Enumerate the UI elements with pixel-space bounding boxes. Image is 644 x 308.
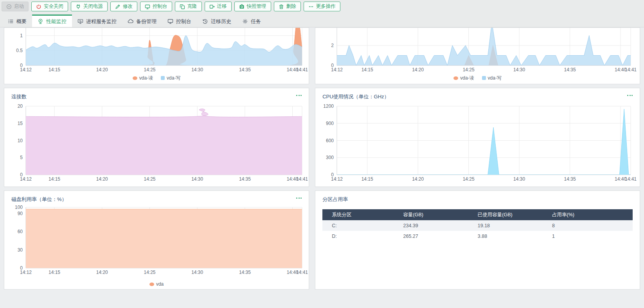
svg-text:14:15: 14:15 (362, 67, 373, 72)
cell-used: 3.88 (468, 234, 543, 239)
snapshot-manage-button[interactable]: 快照管理 (234, 2, 271, 11)
card-disk-iops: 0214:1214:1514:2014:2514:3014:3514:4014:… (315, 27, 640, 84)
svg-text:14:25: 14:25 (463, 67, 475, 72)
list-icon (8, 18, 14, 24)
legend-label: vda-读 (460, 75, 474, 82)
svg-text:14:30: 14:30 (513, 67, 525, 72)
card-disk-throughput: 00.5114:1214:1514:2014:2514:3014:3514:40… (4, 27, 309, 84)
svg-text:14:12: 14:12 (20, 67, 32, 72)
safe-shutdown-button[interactable]: 安全关闭 (31, 2, 68, 11)
legend-item-vda-write[interactable]: vda-写 (161, 75, 180, 82)
legend-label: vda-写 (167, 75, 180, 82)
svg-text:600: 600 (326, 138, 334, 143)
modify-button-label: 修改 (123, 3, 133, 10)
pencil-icon (115, 4, 121, 9)
svg-text:14:35: 14:35 (239, 176, 251, 182)
svg-text:14:25: 14:25 (144, 270, 155, 275)
tab-migration-history[interactable]: 迁移历史 (197, 14, 237, 27)
more-options-icon[interactable] (296, 196, 302, 200)
svg-text:14:41: 14:41 (296, 270, 308, 275)
svg-text:2: 2 (331, 43, 334, 48)
legend-item-vda-read[interactable]: vda-读 (133, 75, 153, 82)
card-title: CPU使用情况（单位：GHz） (322, 93, 389, 100)
tab-summary[interactable]: 概要 (2, 14, 32, 27)
svg-text:14:30: 14:30 (513, 176, 525, 182)
power-icon (36, 4, 41, 9)
monitor-icon (145, 4, 150, 9)
tab-tasks-label: 任务 (251, 18, 261, 25)
start-button[interactable]: 启动 (2, 2, 29, 11)
more-options-icon[interactable] (296, 93, 302, 98)
migrate-button-label: 迁移 (217, 3, 227, 10)
more-options-icon[interactable] (627, 93, 633, 98)
tab-backup-manage[interactable]: 备份管理 (122, 14, 162, 27)
col-header-system-partition: 系统分区 (322, 212, 394, 218)
view-tabbar: 概要 性能监控 进程服务监控 备份管理 控制台 迁移历史 任务 (0, 13, 644, 27)
card-title: 分区占用率 (322, 196, 348, 203)
svg-text:900: 900 (326, 121, 334, 126)
svg-text:60: 60 (18, 229, 23, 234)
col-header-occupancy: 占用率(%) (543, 212, 633, 218)
svg-text:14:41: 14:41 (296, 67, 308, 72)
write-series-marker-icon (482, 76, 486, 80)
svg-text:14:30: 14:30 (191, 67, 203, 72)
dashboard-grid: 00.5114:1214:1514:2014:2514:3014:3514:40… (0, 27, 644, 290)
cell-partition: C: (322, 223, 394, 228)
svg-text:14:12: 14:12 (20, 270, 32, 275)
card-connections: 连接数 0510152014:1214:1514:2014:2514:3014:… (4, 88, 309, 187)
svg-text:14:20: 14:20 (412, 67, 424, 72)
col-header-capacity: 容量(GB) (394, 212, 468, 218)
chart-legend: vda-读 vda-写 (315, 72, 640, 84)
clone-button-label: 克隆 (187, 3, 197, 10)
delete-button[interactable]: 删除 (274, 2, 301, 11)
svg-text:10: 10 (18, 138, 23, 143)
read-series-marker-icon (133, 76, 137, 80)
card-partition-occupancy: 分区占用率 系统分区 容量(GB) 已使用容量(GB) 占用率(%) C: 23… (315, 190, 640, 290)
svg-text:14:12: 14:12 (331, 176, 343, 182)
svg-text:5: 5 (20, 155, 23, 160)
migrate-icon (209, 4, 215, 9)
modify-button[interactable]: 修改 (110, 2, 137, 11)
history-icon (202, 18, 208, 24)
more-actions-button[interactable]: 更多操作 (304, 2, 340, 11)
svg-text:14:35: 14:35 (564, 176, 576, 182)
card-title: 连接数 (11, 93, 27, 100)
svg-text:14:20: 14:20 (96, 270, 108, 275)
svg-text:14:35: 14:35 (239, 67, 251, 72)
action-toolbar: 启动 安全关闭 关闭电源 修改 控制台 克隆 迁移 (0, 0, 644, 13)
svg-text:100: 100 (15, 205, 23, 210)
clone-button[interactable]: 克隆 (175, 2, 202, 11)
gear-icon (242, 18, 248, 24)
safe-shutdown-button-label: 安全关闭 (44, 3, 63, 10)
svg-text:90: 90 (18, 211, 23, 216)
svg-text:14:20: 14:20 (412, 176, 424, 182)
power-off-button[interactable]: 关闭电源 (71, 2, 108, 11)
svg-text:14:15: 14:15 (362, 176, 373, 182)
svg-text:300: 300 (326, 155, 334, 160)
svg-text:14:20: 14:20 (96, 67, 108, 72)
tab-process-service-monitor[interactable]: 进程服务监控 (72, 14, 122, 27)
legend-item-vda-read[interactable]: vda-读 (453, 75, 474, 82)
svg-text:30: 30 (18, 247, 23, 253)
migrate-button[interactable]: 迁移 (205, 2, 232, 11)
tab-performance-monitor[interactable]: 性能监控 (32, 14, 72, 27)
svg-text:14:15: 14:15 (49, 176, 60, 182)
svg-text:0.5: 0.5 (16, 48, 23, 53)
cell-occupancy: 8 (543, 223, 633, 228)
vda-series-marker-icon (149, 283, 154, 286)
console-button[interactable]: 控制台 (140, 2, 172, 11)
tab-console[interactable]: 控制台 (162, 14, 197, 27)
plug-icon (76, 4, 81, 9)
partition-table-header: 系统分区 容量(GB) 已使用容量(GB) 占用率(%) (322, 209, 633, 220)
svg-text:14:25: 14:25 (144, 176, 155, 182)
legend-label: vda-写 (488, 75, 502, 82)
legend-item-vda[interactable]: vda (149, 281, 164, 287)
cell-used: 19.18 (468, 223, 543, 228)
write-series-marker-icon (161, 76, 165, 80)
cloud-icon (128, 18, 133, 24)
svg-text:14:25: 14:25 (144, 67, 155, 72)
legend-item-vda-write[interactable]: vda-写 (482, 75, 502, 82)
cell-occupancy: 1 (543, 234, 633, 239)
connections-chart: 0510152014:1214:1514:2014:2514:3014:3514… (4, 103, 309, 187)
tab-tasks[interactable]: 任务 (237, 14, 266, 27)
